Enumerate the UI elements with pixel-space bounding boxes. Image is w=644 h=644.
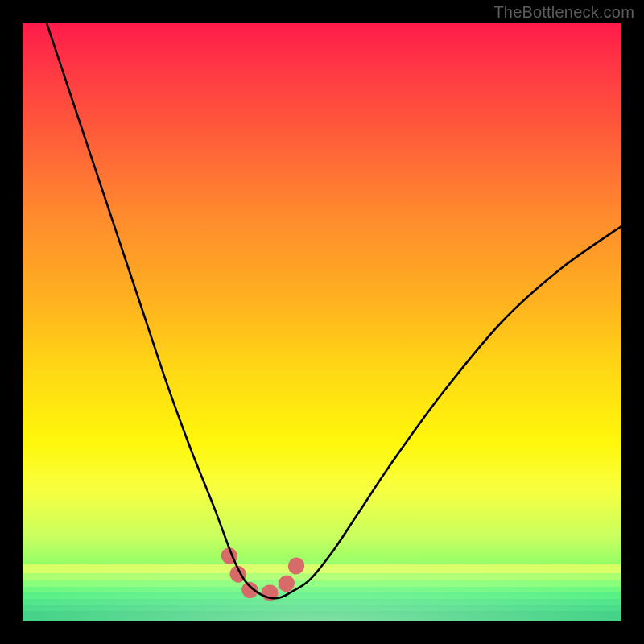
chart-frame: TheBottleneck.com — [0, 0, 644, 644]
curve-layer — [23, 23, 621, 621]
plot-area — [23, 23, 621, 621]
watermark-text: TheBottleneck.com — [493, 3, 634, 22]
bottleneck-curve — [47, 23, 621, 598]
